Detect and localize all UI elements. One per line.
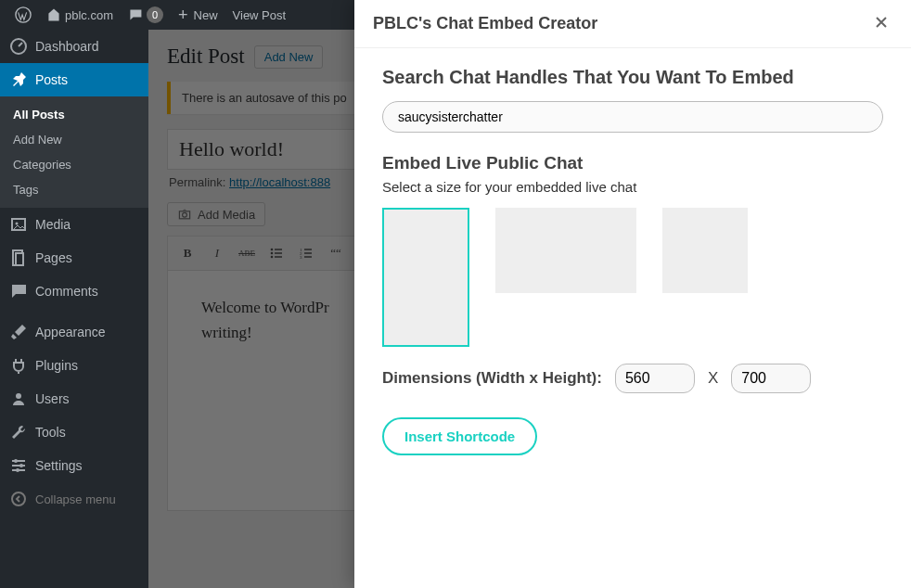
svg-point-8 xyxy=(19,464,23,467)
modal-close-button[interactable] xyxy=(870,9,892,38)
submenu-categories[interactable]: Categories xyxy=(0,152,148,177)
collapse-icon xyxy=(9,490,28,508)
menu-label: Media xyxy=(35,217,71,232)
menu-label: Tools xyxy=(35,425,66,440)
svg-point-6 xyxy=(16,393,21,399)
new-label: New xyxy=(194,8,218,22)
size-option-landscape[interactable] xyxy=(495,208,636,293)
svg-point-3 xyxy=(16,223,19,225)
page-icon xyxy=(9,249,28,267)
plus-icon: + xyxy=(178,6,188,23)
embed-heading: Embed Live Public Chat xyxy=(382,153,883,173)
pin-icon xyxy=(9,70,28,89)
svg-point-10 xyxy=(12,492,25,505)
site-name-label: pblc.com xyxy=(65,8,113,22)
new-content[interactable]: + New xyxy=(171,0,225,30)
gauge-icon xyxy=(9,37,28,56)
svg-rect-5 xyxy=(16,253,23,265)
size-option-square[interactable] xyxy=(662,208,748,293)
menu-label: Pages xyxy=(35,250,72,265)
menu-tools[interactable]: Tools xyxy=(0,415,148,449)
svg-point-0 xyxy=(16,7,31,22)
plug-icon xyxy=(9,356,28,375)
view-post-link[interactable]: View Post xyxy=(225,0,294,30)
width-input[interactable] xyxy=(615,364,695,393)
dimensions-row: Dimensions (Width x Height): X xyxy=(382,364,883,393)
submenu-all-posts[interactable]: All Posts xyxy=(0,102,148,127)
submenu-tags[interactable]: Tags xyxy=(0,177,148,202)
menu-label: Appearance xyxy=(35,325,106,339)
menu-comments[interactable]: Comments xyxy=(0,275,148,308)
posts-submenu: All Posts Add New Categories Tags xyxy=(0,96,148,208)
user-icon xyxy=(9,390,28,408)
menu-settings[interactable]: Settings xyxy=(0,449,148,482)
admin-sidemenu: Dashboard Posts All Posts Add New Catego… xyxy=(0,30,148,588)
search-heading: Search Chat Handles That You Want To Emb… xyxy=(382,67,883,88)
menu-appearance[interactable]: Appearance xyxy=(0,315,148,349)
chat-embed-modal: PBLC's Chat Embed Creator Search Chat Ha… xyxy=(354,0,911,588)
menu-label: Comments xyxy=(35,284,98,299)
modal-header: PBLC's Chat Embed Creator xyxy=(354,0,911,48)
modal-title: PBLC's Chat Embed Creator xyxy=(373,14,597,33)
menu-label: Dashboard xyxy=(35,39,99,54)
brush-icon xyxy=(9,323,28,341)
close-icon xyxy=(874,15,889,30)
dimensions-label: Dimensions (Width x Height): xyxy=(382,369,602,388)
modal-body: Search Chat Handles That You Want To Emb… xyxy=(354,48,911,474)
sliders-icon xyxy=(9,456,28,475)
chat-handle-search-input[interactable] xyxy=(382,101,883,133)
menu-label: Users xyxy=(35,391,70,406)
menu-label: Posts xyxy=(35,72,68,87)
comments-count: 0 xyxy=(147,6,163,23)
size-option-portrait[interactable] xyxy=(382,208,469,347)
insert-shortcode-button[interactable]: Insert Shortcode xyxy=(382,417,537,455)
dimension-separator: X xyxy=(708,369,718,388)
menu-label: Collapse menu xyxy=(35,492,116,506)
menu-label: Settings xyxy=(35,458,83,473)
site-switcher[interactable]: pblc.com xyxy=(39,0,121,30)
menu-posts[interactable]: Posts xyxy=(0,63,148,96)
svg-point-7 xyxy=(14,459,18,463)
comment-icon xyxy=(9,282,28,300)
height-input[interactable] xyxy=(731,364,811,393)
menu-pages[interactable]: Pages xyxy=(0,241,148,275)
size-hint: Select a size for your embedded live cha… xyxy=(382,179,883,195)
collapse-menu[interactable]: Collapse menu xyxy=(0,482,148,516)
menu-dashboard[interactable]: Dashboard xyxy=(0,30,148,63)
media-icon xyxy=(9,215,28,234)
wrench-icon xyxy=(9,423,28,441)
size-options xyxy=(382,208,883,347)
menu-plugins[interactable]: Plugins xyxy=(0,349,148,382)
wp-logo[interactable] xyxy=(7,0,39,30)
comments-link[interactable]: 0 xyxy=(121,0,171,30)
submenu-add-new[interactable]: Add New xyxy=(0,127,148,152)
menu-media[interactable]: Media xyxy=(0,208,148,241)
menu-label: Plugins xyxy=(35,358,78,373)
svg-point-9 xyxy=(16,468,19,472)
view-post-label: View Post xyxy=(233,8,287,22)
menu-users[interactable]: Users xyxy=(0,382,148,415)
